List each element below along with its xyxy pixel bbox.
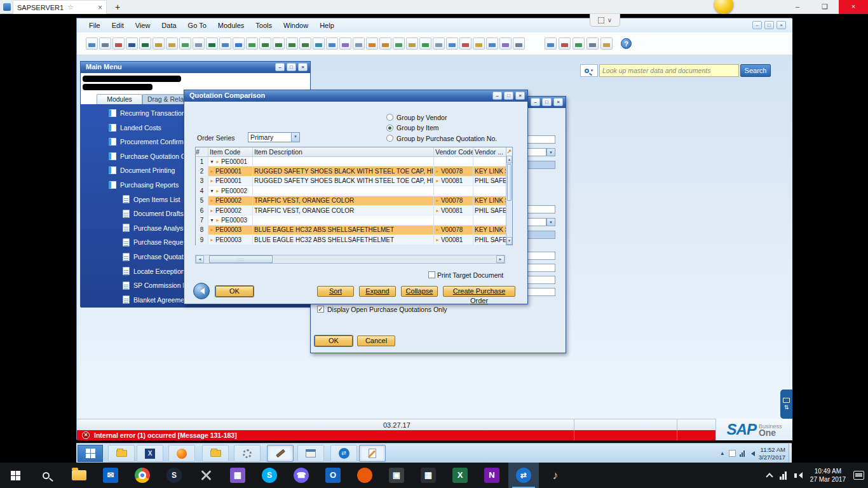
user-alerts-icon[interactable] xyxy=(600,37,613,50)
remote-clock[interactable]: 11:52 AM 3/27/2017 xyxy=(759,446,785,461)
firefox-icon[interactable] xyxy=(168,445,195,462)
menu-item-open-items-list[interactable]: Open Items List xyxy=(123,193,180,207)
pickers-icon[interactable] xyxy=(499,37,512,50)
scroll-right-icon[interactable]: ► xyxy=(496,255,505,263)
form-settings-icon[interactable] xyxy=(486,37,498,50)
sap-minimize-button[interactable]: – xyxy=(752,21,762,29)
restore-icon[interactable]: □ xyxy=(287,63,296,71)
export-word-icon[interactable] xyxy=(126,37,138,50)
menu-item-blanket-agreemen[interactable]: Blanket Agreemen xyxy=(123,293,188,307)
create-purchase-order-button[interactable]: Create Purchase Order xyxy=(443,286,515,297)
table-row[interactable]: 8►PE00003BLUE EAGLE HC32 ABS SHELLSAFETH… xyxy=(196,226,506,235)
scroll-up-icon[interactable]: ▲ xyxy=(506,156,512,163)
link-arrow-icon[interactable]: ► xyxy=(215,218,220,222)
close-icon[interactable]: × xyxy=(298,63,308,71)
collapse-icon[interactable]: ▼ xyxy=(210,218,214,222)
link-arrow-icon[interactable]: ► xyxy=(210,238,214,242)
print-queue-icon[interactable] xyxy=(587,37,599,50)
column-header-item-description[interactable]: Item Description xyxy=(253,147,434,156)
radio-group-by-item[interactable]: Group by Item xyxy=(386,124,439,132)
refresh-record-icon[interactable] xyxy=(313,37,325,50)
link-arrow-icon[interactable]: ► xyxy=(435,208,440,213)
calendar-icon[interactable] xyxy=(573,37,585,50)
window-minimize-button[interactable]: – xyxy=(787,0,808,14)
next-record-icon[interactable] xyxy=(286,37,298,50)
settings-icon[interactable] xyxy=(513,37,525,50)
serial-batch-icon[interactable] xyxy=(446,37,458,50)
pencil-edit-icon[interactable] xyxy=(473,37,485,50)
add-icon[interactable] xyxy=(246,37,258,50)
link-arrow-icon[interactable]: ► xyxy=(435,227,440,232)
import-from-excel-icon[interactable] xyxy=(206,37,218,50)
control-panel-icon[interactable] xyxy=(234,445,261,462)
collapse-button[interactable]: Collapse xyxy=(401,286,438,297)
display-open-quotations-checkbox[interactable]: ✓ xyxy=(317,306,324,313)
cancel-button[interactable]: Cancel xyxy=(357,336,395,346)
menu-file[interactable]: File xyxy=(83,22,106,29)
export-to-file-icon[interactable] xyxy=(219,37,231,50)
link-arrow-icon[interactable]: ► xyxy=(210,198,214,203)
base-document-icon[interactable] xyxy=(379,37,391,50)
chrome-icon[interactable] xyxy=(127,463,158,488)
link-arrow-icon[interactable]: ► xyxy=(215,189,220,193)
related-activities-icon[interactable] xyxy=(459,37,471,50)
menu-help[interactable]: Help xyxy=(314,22,340,29)
menu-tools[interactable]: Tools xyxy=(250,22,278,29)
collapse-icon[interactable]: ▼ xyxy=(210,159,214,164)
volume-icon[interactable] xyxy=(794,472,803,478)
hidden-icons-chevron[interactable]: ▲ xyxy=(720,451,725,456)
sap-restore-button[interactable]: □ xyxy=(764,21,774,29)
table-row[interactable]: 9►PE00003BLUE EAGLE HC32 ABS SHELLSAFETH… xyxy=(196,235,506,245)
link-arrow-icon[interactable]: ► xyxy=(210,169,214,173)
excel-icon[interactable]: X xyxy=(445,463,475,488)
teamviewer-panel-tab[interactable]: ⇅ xyxy=(780,390,792,419)
action-center-icon[interactable] xyxy=(853,471,864,480)
remote-start-button[interactable] xyxy=(78,445,103,462)
menu-item-purchase-quotatio[interactable]: Purchase Quotatio xyxy=(123,250,189,264)
expand-button[interactable]: Expand xyxy=(359,286,396,297)
steam-icon[interactable]: S xyxy=(159,463,189,488)
column-header-[interactable]: # xyxy=(196,147,208,156)
volume-icon[interactable] xyxy=(749,451,755,456)
print-target-checkbox[interactable] xyxy=(428,271,435,278)
print-icon[interactable] xyxy=(99,37,111,50)
menu-item-procurement-confirma[interactable]: Procurement Confirma xyxy=(109,135,187,149)
link-arrow-icon[interactable]: ► xyxy=(210,179,214,183)
send-fax-icon[interactable] xyxy=(193,37,205,50)
sap-business-one-icon[interactable]: X xyxy=(137,445,163,462)
sort-table-icon[interactable] xyxy=(339,37,351,50)
radio-group-by-vendor[interactable]: Group by Vendor xyxy=(386,113,447,121)
link-arrow-icon[interactable]: ► xyxy=(435,198,440,203)
photos-icon[interactable]: ▦ xyxy=(222,463,253,488)
print-preview-icon[interactable] xyxy=(86,37,98,50)
first-record-icon[interactable] xyxy=(259,37,271,50)
horizontal-scrollbar[interactable]: ◄ :::: ► xyxy=(195,255,505,264)
scroll-down-icon[interactable]: ▼ xyxy=(506,237,512,245)
new-tab-button[interactable]: + xyxy=(112,1,123,13)
menu-modules[interactable]: Modules xyxy=(212,22,250,29)
menu-item-landed-costs[interactable]: Landed Costs xyxy=(109,121,161,135)
mail-icon[interactable]: ✉ xyxy=(95,463,126,488)
sap-close-button[interactable]: × xyxy=(776,21,786,29)
tab-modules[interactable]: Modules xyxy=(97,94,142,104)
menu-item-document-printing[interactable]: Document Printing xyxy=(109,163,175,177)
ok-button[interactable]: OK xyxy=(215,286,254,297)
expand-grid-arrow-icon[interactable]: ↗ xyxy=(506,147,512,156)
app-grid-icon[interactable]: ▣ xyxy=(381,463,412,488)
menu-go-to[interactable]: Go To xyxy=(182,22,212,29)
lock-screen-icon[interactable] xyxy=(153,37,165,50)
ok-button[interactable]: OK xyxy=(315,336,353,346)
menu-item-document-drafts-r[interactable]: Document Drafts R xyxy=(123,207,190,220)
table-row[interactable]: 4▼►PE00002 xyxy=(196,186,506,196)
table-row[interactable]: 2►PE00001RUGGED SAFETY SHOES BLACK WITH … xyxy=(196,166,506,176)
teamviewer-icon[interactable]: ⇄ xyxy=(330,445,357,462)
file-explorer-icon[interactable] xyxy=(108,445,135,462)
global-search-input[interactable] xyxy=(599,64,739,77)
last-record-icon[interactable] xyxy=(299,37,311,50)
menu-window[interactable]: Window xyxy=(278,22,314,29)
library-folder-icon[interactable] xyxy=(202,445,229,462)
settings-tools-icon[interactable] xyxy=(191,463,221,488)
local-clock[interactable]: 10:49 AM 27 Mar 2017 xyxy=(810,467,846,484)
menu-item-purchase-analysis[interactable]: Purchase Analysis xyxy=(123,221,188,235)
restore-icon[interactable]: □ xyxy=(504,92,513,100)
